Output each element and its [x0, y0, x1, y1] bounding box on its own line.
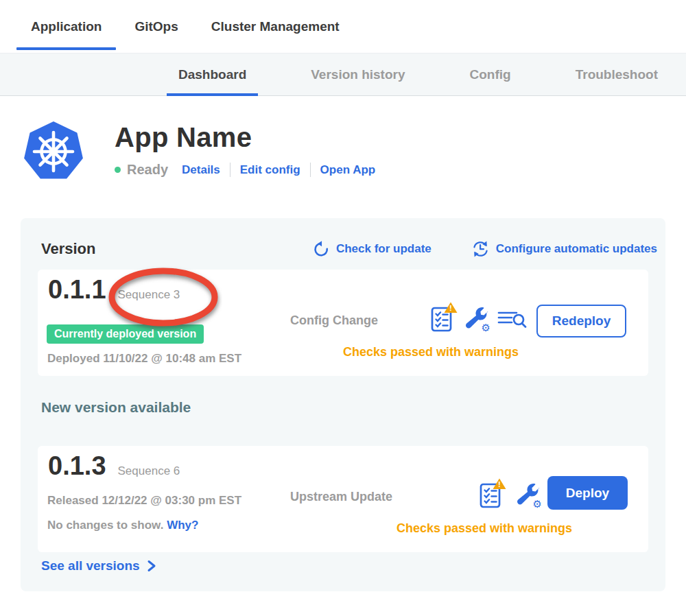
available-version-row: 0.1.3 Sequence 6	[48, 451, 180, 481]
page-title: App Name	[115, 122, 375, 153]
svg-text:!: !	[449, 304, 452, 312]
app-tab-bar: Dashboard Version history Config Trouble…	[0, 53, 686, 96]
version-panel-title: Version	[41, 240, 95, 258]
currently-deployed-badge: Currently deployed version	[47, 324, 204, 344]
svg-text:⚙: ⚙	[533, 498, 542, 510]
details-link[interactable]: Details	[182, 163, 220, 177]
nav-item-gitops[interactable]: GitOps	[120, 0, 192, 53]
top-nav: Application GitOps Cluster Management	[0, 0, 686, 53]
current-version-number: 0.1.1	[48, 275, 106, 305]
scheduled-refresh-icon	[471, 240, 490, 258]
current-version-check-icons: ! ⚙	[429, 301, 528, 333]
config-wrench-icon[interactable]: ⚙	[464, 307, 490, 333]
version-panel-header: Version Check for update	[41, 240, 657, 258]
no-changes-label: No changes to show.	[47, 519, 163, 532]
see-all-versions-link[interactable]: See all versions	[41, 558, 156, 573]
svg-text:⚙: ⚙	[482, 322, 490, 333]
deployed-timestamp: Deployed 11/10/22 @ 10:48 am EST	[47, 352, 241, 366]
version-panel-actions: Check for update	[313, 240, 657, 258]
current-version-row: 0.1.1 Sequence 3	[48, 275, 180, 305]
current-version-card: 0.1.1 Sequence 3 Currently deployed vers…	[38, 270, 648, 376]
version-source-label: Upstream Update	[290, 490, 392, 504]
redeploy-button[interactable]: Redeploy	[536, 305, 626, 337]
tab-dashboard[interactable]: Dashboard	[167, 54, 258, 95]
divider	[310, 163, 311, 177]
tab-config[interactable]: Config	[458, 54, 523, 95]
tab-troubleshoot[interactable]: Troubleshoot	[564, 54, 670, 95]
current-version-sequence: Sequence 3	[118, 288, 180, 302]
new-version-heading: New version available	[41, 399, 191, 416]
open-app-link[interactable]: Open App	[320, 163, 376, 177]
preflight-checks-warning-icon[interactable]: !	[429, 301, 458, 333]
kubernetes-logo-icon	[23, 121, 84, 182]
see-all-versions-label: See all versions	[41, 558, 140, 573]
released-timestamp: Released 12/12/22 @ 03:30 pm EST	[47, 494, 241, 508]
configure-automatic-updates-label: Configure automatic updates	[496, 242, 657, 256]
check-for-update-label: Check for update	[336, 242, 431, 256]
preflight-checks-warning-icon[interactable]: !	[478, 477, 507, 510]
tab-version-history[interactable]: Version history	[299, 54, 416, 95]
refresh-icon	[313, 241, 330, 258]
why-link[interactable]: Why?	[167, 519, 198, 532]
nav-item-application[interactable]: Application	[16, 0, 116, 53]
version-panel: Version Check for update	[21, 218, 665, 591]
checks-status-text: Checks passed with warnings	[343, 345, 519, 359]
config-wrench-icon[interactable]: ⚙	[516, 483, 542, 509]
nav-item-cluster-management[interactable]: Cluster Management	[197, 0, 354, 53]
available-version-check-icons: ! ⚙	[478, 477, 542, 510]
divider	[230, 163, 230, 177]
check-for-update-link[interactable]: Check for update	[313, 241, 431, 258]
app-header-text: App Name Ready Details Edit config Open …	[115, 121, 375, 182]
available-version-card: 0.1.3 Sequence 6 Released 12/12/22 @ 03:…	[38, 446, 648, 552]
status-dot-icon	[115, 167, 121, 173]
deploy-button[interactable]: Deploy	[547, 476, 628, 510]
chevron-right-icon	[147, 559, 156, 573]
app-header: App Name Ready Details Edit config Open …	[23, 121, 375, 182]
configure-automatic-updates-link[interactable]: Configure automatic updates	[471, 240, 657, 258]
available-version-sequence: Sequence 6	[118, 464, 180, 478]
release-notes-icon[interactable]	[497, 309, 528, 331]
screen: Application GitOps Cluster Management Da…	[0, 0, 686, 616]
version-source-label: Config Change	[290, 313, 378, 328]
no-changes-text: No changes to show. Why?	[47, 519, 198, 532]
available-version-number: 0.1.3	[48, 451, 106, 481]
svg-text:!: !	[498, 480, 501, 488]
app-status: Ready	[127, 162, 168, 178]
checks-status-text: Checks passed with warnings	[397, 521, 572, 536]
edit-config-link[interactable]: Edit config	[240, 163, 300, 177]
app-status-row: Ready Details Edit config Open App	[115, 162, 375, 178]
